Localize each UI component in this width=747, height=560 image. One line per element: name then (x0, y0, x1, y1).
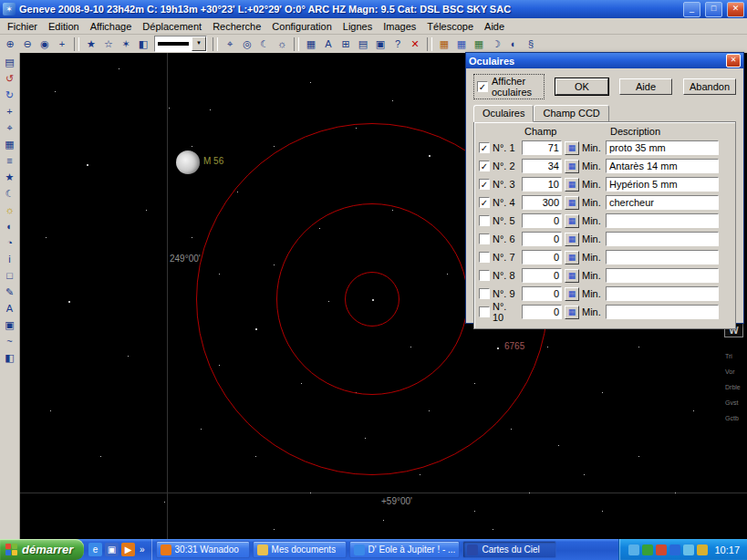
quick-launch-overflow-chevron[interactable]: » (138, 544, 147, 555)
eyepiece-enabled-checkbox[interactable] (479, 252, 490, 263)
eyepiece-enabled-checkbox[interactable]: ✓ (479, 142, 490, 153)
palette-icon[interactable]: ◧ (2, 350, 18, 366)
field-picker-button[interactable]: ▦ (565, 178, 579, 192)
delete-mark-icon[interactable]: ✕ (407, 36, 423, 52)
eyepiece-description-input[interactable]: chercheur (606, 195, 719, 210)
field-picker-button[interactable]: ▦ (565, 233, 579, 246)
menu-item-recherche[interactable]: Recherche (207, 20, 266, 33)
line-width-select[interactable]: ▼ (154, 36, 207, 52)
eyepiece-description-input[interactable] (606, 250, 719, 264)
field-picker-button[interactable]: ▦ (565, 306, 579, 319)
field-picker-button[interactable]: ▦ (565, 287, 579, 301)
battery-icon[interactable] (697, 544, 708, 555)
eyepiece-field-input[interactable]: 300 (522, 195, 562, 210)
taskbar-task-cartes-du-ciel[interactable]: Cartes du Ciel (462, 541, 556, 558)
fewer-stars-icon[interactable]: ☆ (100, 36, 117, 52)
menu-item-lignes[interactable]: Lignes (337, 20, 378, 33)
cancel-button[interactable]: Abandon (683, 78, 736, 95)
network-icon[interactable] (683, 544, 694, 555)
eyepiece-description-input[interactable] (606, 213, 719, 228)
night-vision-icon[interactable]: ☾ (256, 36, 273, 52)
field-picker-button[interactable]: ▦ (565, 160, 579, 173)
star-catalog-icon[interactable]: ★ (2, 170, 18, 185)
eyepiece-description-input[interactable]: Antarès 14 mm (606, 159, 719, 173)
close-button[interactable]: ✕ (727, 2, 744, 17)
ephemeris-icon[interactable]: ⊞ (337, 36, 354, 52)
minimize-button[interactable]: _ (683, 2, 700, 17)
undo-icon[interactable]: ↺ (2, 71, 18, 87)
eyepiece-field-input[interactable]: 34 (522, 159, 562, 173)
tab-champ-ccd[interactable]: Champ CCD (534, 105, 608, 122)
menu-item-images[interactable]: Images (378, 20, 421, 33)
volume-icon[interactable] (669, 544, 680, 555)
menu-item-telescope[interactable]: Télescope (421, 20, 479, 33)
star-magnitude-icon[interactable]: ✶ (118, 36, 134, 52)
field-picker-button[interactable]: ▦ (565, 141, 579, 155)
grid-toggle-icon[interactable]: ▦ (303, 36, 319, 52)
coordinates-grid-icon[interactable]: ▦ (2, 137, 18, 152)
eyepiece-enabled-checkbox[interactable]: ✓ (479, 197, 490, 208)
dialog-title-bar[interactable]: Oculaires ✕ (466, 53, 743, 68)
show-eyepieces-checkbox[interactable]: ✓ (477, 81, 488, 92)
eyepiece-description-input[interactable] (606, 268, 719, 283)
zoom-in-icon[interactable]: ⊕ (2, 36, 18, 52)
taskbar-task-30-31-wanadoo[interactable]: 30:31 Wanadoo (156, 541, 250, 558)
catalog-filter-2-icon[interactable]: ▦ (453, 36, 470, 52)
menu-item-edition[interactable]: Edition (43, 20, 85, 33)
internet-explorer-icon[interactable]: e (88, 543, 102, 556)
help-button[interactable]: Aide (619, 78, 672, 95)
print-icon[interactable]: ▣ (2, 317, 18, 333)
eyepiece-field-input[interactable]: 71 (522, 140, 562, 155)
field-picker-button[interactable]: ▦ (565, 251, 579, 264)
eyepiece-enabled-checkbox[interactable] (479, 233, 490, 244)
eyepiece-enabled-checkbox[interactable] (479, 306, 490, 317)
calendar-icon[interactable]: ▤ (355, 36, 371, 52)
eyepiece-enabled-checkbox[interactable] (479, 270, 490, 281)
redo-icon[interactable]: ↻ (2, 88, 18, 103)
zoom-default-icon[interactable]: ◉ (36, 36, 53, 52)
eyepiece-field-input[interactable]: 0 (522, 286, 562, 301)
taskbar-task-d-eole-a-jupiter[interactable]: D' Eole à Jupiter ! - ... (349, 541, 461, 558)
wave-icon[interactable]: ~ (2, 334, 18, 349)
tab-oculaires[interactable]: Oculaires (473, 105, 534, 122)
card-view-icon[interactable]: ▤ (2, 55, 18, 70)
eyepiece-description-input[interactable] (606, 232, 719, 246)
eyepiece-enabled-checkbox[interactable] (479, 288, 490, 299)
ok-button[interactable]: OK (555, 78, 608, 95)
eyepiece-description-input[interactable]: proto 35 mm (606, 140, 719, 155)
dialog-close-button[interactable]: ✕ (726, 54, 741, 67)
center-cross-icon[interactable]: + (54, 36, 70, 52)
antivirus-icon[interactable] (642, 544, 653, 555)
clock-icon[interactable]: ◔ (2, 235, 18, 251)
zoom-out-icon[interactable]: ⊖ (19, 36, 36, 52)
field-picker-button[interactable]: ▦ (565, 196, 579, 210)
eyepiece-field-input[interactable]: 0 (522, 250, 562, 264)
night-mode-icon[interactable]: ◐ (2, 219, 18, 234)
eyepiece-description-input[interactable]: Hypérion 5 mm (606, 177, 719, 192)
lightbulb-icon[interactable]: ☼ (2, 202, 18, 218)
full-sky-icon[interactable]: ☼ (274, 36, 290, 52)
label-icon[interactable]: A (2, 301, 18, 316)
center-object-icon[interactable]: ⌖ (2, 120, 18, 136)
eyepiece-field-input[interactable]: 0 (522, 305, 562, 319)
title-bar[interactable]: ✶ Geneve 2008-9-10 23h42m C: 19h13m +30°… (0, 0, 747, 18)
moon-object[interactable] (176, 150, 200, 174)
show-desktop-icon[interactable]: ▣ (105, 543, 119, 556)
start-button[interactable]: démarrer (0, 539, 84, 560)
display-settings-icon[interactable] (628, 544, 639, 555)
more-stars-icon[interactable]: ★ (83, 36, 99, 52)
firewall-icon[interactable] (656, 544, 667, 555)
media-player-icon[interactable]: ▶ (121, 543, 135, 556)
eyepiece-enabled-checkbox[interactable]: ✓ (479, 179, 490, 190)
eyepiece-field-input[interactable]: 0 (522, 232, 562, 246)
menu-item-aide[interactable]: Aide (479, 20, 510, 33)
chart-colors-icon[interactable]: ◧ (135, 36, 151, 52)
settings-icon[interactable]: § (523, 36, 539, 52)
eraser-icon[interactable]: □ (2, 268, 18, 284)
field-picker-button[interactable]: ▦ (565, 269, 579, 283)
eyepiece-enabled-checkbox[interactable] (479, 215, 490, 226)
menu-item-fichier[interactable]: Fichier (2, 20, 43, 33)
print-icon[interactable]: ▣ (372, 36, 389, 52)
field-view-icon[interactable]: ◎ (239, 36, 255, 52)
pencil-icon[interactable]: ✎ (2, 285, 18, 300)
